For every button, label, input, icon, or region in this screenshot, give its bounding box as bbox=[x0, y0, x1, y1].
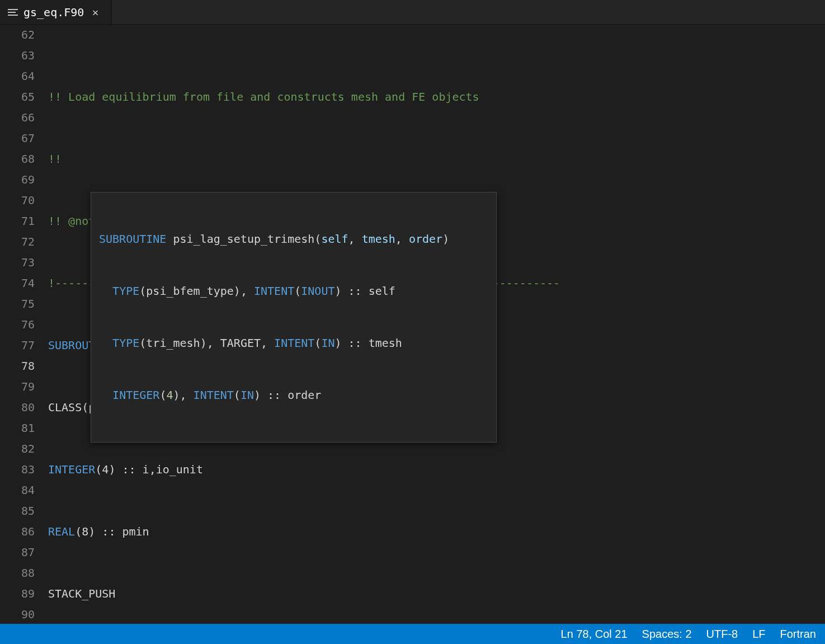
number: 4 bbox=[166, 388, 173, 402]
type: REAL bbox=[48, 525, 75, 538]
param: self bbox=[321, 232, 348, 246]
type: INTEGER bbox=[48, 463, 95, 476]
code: (tri_mesh), TARGET, bbox=[139, 336, 274, 350]
code: ( bbox=[159, 388, 166, 402]
keyword: IN bbox=[241, 388, 254, 402]
line-number: 76 bbox=[0, 314, 35, 335]
indent bbox=[99, 336, 112, 350]
code: psi_lag_setup_trimesh( bbox=[166, 232, 321, 246]
code-area[interactable]: !! Load equilibrium from file and constr… bbox=[48, 25, 825, 624]
line-number: 72 bbox=[0, 232, 35, 252]
line-number: 85 bbox=[0, 501, 35, 521]
status-language[interactable]: Fortran bbox=[780, 628, 816, 641]
line-number: 64 bbox=[0, 66, 35, 87]
code: STACK_PUSH bbox=[48, 587, 115, 600]
line-number: 83 bbox=[0, 459, 35, 480]
signature-help-tooltip: SUBROUTINE psi_lag_setup_trimesh(self, t… bbox=[91, 192, 497, 443]
status-eol[interactable]: LF bbox=[752, 628, 765, 641]
line-number: 73 bbox=[0, 252, 35, 273]
line-number: 77 bbox=[0, 335, 35, 356]
line-number: 81 bbox=[0, 418, 35, 439]
line-number: 79 bbox=[0, 377, 35, 397]
comment: !! bbox=[48, 152, 62, 166]
keyword: IN bbox=[321, 336, 334, 350]
code: , bbox=[395, 232, 409, 246]
code: , bbox=[348, 232, 362, 246]
tab-filename: gs_eq.F90 bbox=[23, 6, 84, 19]
status-encoding[interactable]: UTF-8 bbox=[706, 628, 738, 641]
status-bar: Ln 78, Col 21 Spaces: 2 UTF-8 LF Fortran bbox=[0, 624, 825, 644]
file-lines-icon bbox=[8, 8, 18, 16]
code: (8) :: pmin bbox=[75, 525, 149, 538]
line-number: 70 bbox=[0, 190, 35, 211]
line-number: 66 bbox=[0, 107, 35, 128]
keyword: INTENT bbox=[274, 336, 314, 350]
keyword: INOUT bbox=[301, 284, 334, 298]
keyword: SUBROUTINE bbox=[99, 232, 166, 246]
comment: !! Load equilibrium from file and constr… bbox=[48, 90, 479, 104]
line-number: 82 bbox=[0, 439, 35, 459]
code: ), bbox=[173, 388, 193, 402]
code: ) bbox=[442, 232, 449, 246]
line-number: 80 bbox=[0, 397, 35, 418]
tab-bar: gs_eq.F90 × bbox=[0, 0, 825, 25]
type: INTEGER bbox=[112, 388, 159, 402]
code: (4) :: i,io_unit bbox=[95, 463, 203, 476]
code: ( bbox=[234, 388, 241, 402]
line-number: 87 bbox=[0, 542, 35, 563]
keyword: INTENT bbox=[254, 284, 294, 298]
line-number: 62 bbox=[0, 25, 35, 45]
line-number: 84 bbox=[0, 480, 35, 501]
type: TYPE bbox=[112, 284, 139, 298]
line-number: 75 bbox=[0, 294, 35, 314]
line-number: 88 bbox=[0, 563, 35, 584]
code: ( bbox=[294, 284, 301, 298]
line-number: 74 bbox=[0, 273, 35, 294]
param: order bbox=[409, 232, 442, 246]
close-icon[interactable]: × bbox=[92, 7, 98, 18]
code: (psi_bfem_type), bbox=[139, 284, 254, 298]
param: tmesh bbox=[362, 232, 395, 246]
code: ) :: order bbox=[254, 388, 321, 402]
keyword: INTENT bbox=[194, 388, 234, 402]
indent bbox=[99, 284, 112, 298]
line-number: 69 bbox=[0, 170, 35, 190]
status-indent[interactable]: Spaces: 2 bbox=[642, 628, 692, 641]
line-number: 89 bbox=[0, 584, 35, 604]
line-number: 68 bbox=[0, 149, 35, 170]
line-number: 78 bbox=[0, 356, 35, 377]
editor[interactable]: 6263646566676869707172737475767778798081… bbox=[0, 25, 825, 624]
line-number: 63 bbox=[0, 45, 35, 66]
line-number: 86 bbox=[0, 521, 35, 542]
code: ) :: self bbox=[334, 284, 395, 298]
code: ( bbox=[314, 336, 321, 350]
status-cursor-position[interactable]: Ln 78, Col 21 bbox=[561, 628, 628, 641]
indent bbox=[99, 388, 112, 402]
line-number-gutter: 6263646566676869707172737475767778798081… bbox=[0, 25, 48, 624]
tab-gs-eq[interactable]: gs_eq.F90 × bbox=[0, 0, 112, 24]
line-number: 90 bbox=[0, 604, 35, 625]
type: TYPE bbox=[112, 336, 139, 350]
line-number: 71 bbox=[0, 211, 35, 232]
code: ) :: tmesh bbox=[334, 336, 402, 350]
line-number: 67 bbox=[0, 128, 35, 149]
line-number: 65 bbox=[0, 87, 35, 107]
